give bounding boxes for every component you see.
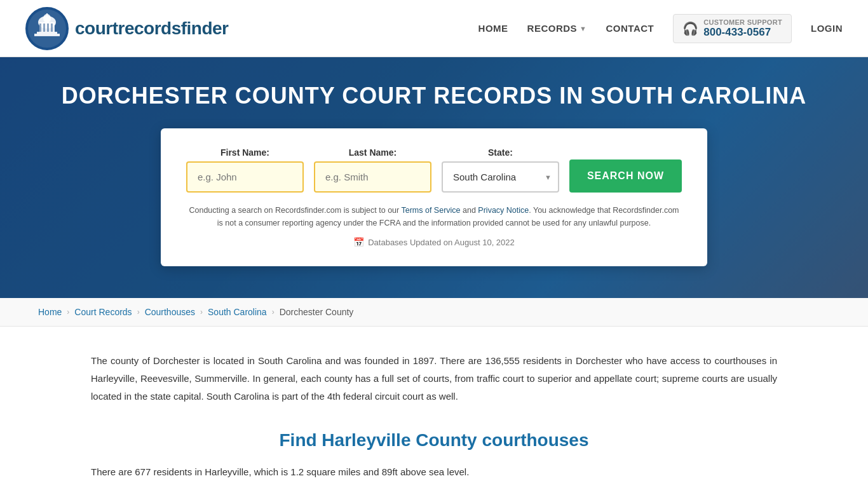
phone-icon: 🎧 bbox=[682, 21, 698, 36]
svg-rect-8 bbox=[47, 24, 49, 32]
intro-paragraph: The county of Dorchester is located in S… bbox=[91, 352, 777, 405]
first-name-input[interactable] bbox=[186, 161, 304, 193]
last-name-input[interactable] bbox=[314, 161, 431, 193]
breadcrumb-south-carolina[interactable]: South Carolina bbox=[208, 307, 267, 317]
breadcrumb: Home › Court Records › Courthouses › Sou… bbox=[0, 298, 868, 327]
search-card: First Name: Last Name: State: South Caro… bbox=[161, 128, 707, 266]
db-update: 📅 Databases Updated on August 10, 2022 bbox=[186, 237, 682, 247]
state-group: State: South Carolina bbox=[442, 147, 559, 193]
state-select[interactable]: South Carolina bbox=[442, 161, 559, 193]
last-name-group: Last Name: bbox=[314, 147, 431, 193]
svg-rect-11 bbox=[46, 13, 48, 17]
tos-link[interactable]: Terms of Service bbox=[401, 206, 460, 215]
state-label: State: bbox=[442, 147, 559, 158]
search-row: First Name: Last Name: State: South Caro… bbox=[186, 147, 682, 193]
support-box[interactable]: 🎧 CUSTOMER SUPPORT 800-433-0567 bbox=[673, 14, 792, 43]
state-select-wrapper: South Carolina bbox=[442, 161, 559, 193]
breadcrumb-current: Dorchester County bbox=[280, 307, 354, 317]
breadcrumb-home[interactable]: Home bbox=[38, 307, 62, 317]
privacy-link[interactable]: Privacy Notice bbox=[478, 206, 529, 215]
nav-contact[interactable]: CONTACT bbox=[606, 23, 654, 34]
section-body: There are 677 residents in Harleyville, … bbox=[91, 463, 777, 481]
breadcrumb-court-records[interactable]: Court Records bbox=[74, 307, 132, 317]
hero-content: DORCHESTER COUNTY COURT RECORDS IN SOUTH… bbox=[53, 83, 815, 266]
main-content: The county of Dorchester is located in S… bbox=[53, 327, 815, 488]
svg-rect-9 bbox=[51, 24, 53, 32]
main-nav: HOME RECORDS ▼ CONTACT 🎧 CUSTOMER SUPPOR… bbox=[478, 14, 843, 43]
last-name-label: Last Name: bbox=[314, 147, 431, 158]
page-title: DORCHESTER COUNTY COURT RECORDS IN SOUTH… bbox=[53, 83, 815, 109]
breadcrumb-sep-4: › bbox=[272, 308, 275, 316]
logo[interactable]: courtrecordsfinder bbox=[25, 7, 229, 50]
section-heading: Find Harleyville County courthouses bbox=[91, 430, 777, 451]
first-name-label: First Name: bbox=[186, 147, 304, 158]
support-info: CUSTOMER SUPPORT 800-433-0567 bbox=[703, 18, 782, 39]
nav-login[interactable]: LOGIN bbox=[811, 23, 843, 34]
site-header: courtrecordsfinder HOME RECORDS ▼ CONTAC… bbox=[0, 0, 868, 57]
breadcrumb-courthouses[interactable]: Courthouses bbox=[145, 307, 195, 317]
breadcrumb-sep-1: › bbox=[67, 308, 69, 316]
calendar-icon: 📅 bbox=[353, 237, 364, 247]
chevron-down-icon: ▼ bbox=[580, 25, 587, 32]
breadcrumb-sep-3: › bbox=[200, 308, 203, 316]
breadcrumb-sep-2: › bbox=[137, 308, 140, 316]
svg-rect-6 bbox=[39, 24, 41, 32]
logo-text: courtrecordsfinder bbox=[75, 18, 229, 39]
svg-rect-5 bbox=[34, 34, 60, 36]
logo-icon bbox=[25, 7, 69, 50]
nav-home[interactable]: HOME bbox=[478, 23, 508, 34]
disclaimer-text: Conducting a search on Recordsfinder.com… bbox=[186, 204, 682, 229]
first-name-group: First Name: bbox=[186, 147, 304, 193]
nav-records[interactable]: RECORDS ▼ bbox=[527, 23, 587, 34]
search-button[interactable]: SEARCH NOW bbox=[569, 159, 682, 193]
svg-rect-7 bbox=[43, 24, 45, 32]
hero-section: DORCHESTER COUNTY COURT RECORDS IN SOUTH… bbox=[0, 57, 868, 298]
